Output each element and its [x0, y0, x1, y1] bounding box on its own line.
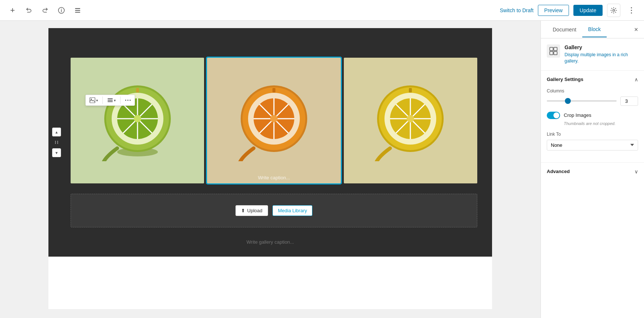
svg-rect-56 [550, 51, 553, 55]
crop-images-setting: Crop Images Thumbnails are not cropped. [547, 112, 638, 126]
main-area: ▲ ▼ [0, 21, 644, 318]
svg-point-21 [128, 100, 129, 101]
svg-point-42 [270, 115, 278, 122]
gallery-block[interactable]: ▲ ▼ [48, 28, 492, 257]
upload-button[interactable]: ⬆ Upload [235, 205, 268, 216]
gallery-item-2[interactable]: ‹ › × [207, 58, 340, 183]
svg-rect-2 [75, 8, 80, 9]
link-to-setting: Link To None Media File Attachment Page [547, 132, 638, 150]
columns-range-row [547, 97, 638, 106]
tab-block[interactable]: Block [582, 22, 607, 37]
svg-point-11 [55, 142, 56, 143]
svg-point-5 [613, 9, 615, 11]
advanced-header[interactable]: Advanced ∨ [547, 169, 638, 175]
upload-label: Upload [247, 208, 262, 213]
svg-point-13 [55, 143, 56, 144]
svg-point-8 [631, 12, 632, 13]
gallery-settings-title: Gallery Settings [547, 77, 583, 82]
editor-area[interactable]: ▲ ▼ [0, 21, 540, 318]
drag-handle[interactable] [52, 138, 61, 147]
gallery-item-3[interactable] [344, 58, 477, 183]
list-view-button[interactable] [71, 4, 84, 17]
top-toolbar: + [0, 0, 644, 21]
block-description: Display multiple images in a rich galler… [565, 52, 638, 64]
svg-rect-3 [75, 10, 80, 11]
svg-rect-33 [136, 88, 139, 92]
svg-rect-57 [554, 51, 557, 55]
gallery-item-1[interactable] [71, 58, 204, 183]
columns-setting: Columns [547, 88, 638, 106]
undo-button[interactable] [22, 4, 35, 17]
crop-images-toggle-row: Crop Images [547, 112, 638, 119]
svg-point-20 [125, 100, 126, 101]
tab-document[interactable]: Document [547, 22, 582, 37]
preview-button[interactable]: Preview [538, 5, 569, 16]
editor-content: ▲ ▼ [48, 28, 492, 309]
gallery-grid: ‹ › × [56, 35, 485, 191]
move-handles: ▲ ▼ [52, 128, 61, 157]
svg-point-12 [57, 142, 58, 143]
svg-rect-43 [272, 88, 275, 92]
crop-images-hint: Thumbnails are not cropped. [564, 121, 638, 126]
align-button[interactable]: ▾ [104, 96, 119, 105]
svg-rect-15 [90, 98, 95, 103]
info-button[interactable] [55, 4, 68, 17]
svg-point-6 [631, 7, 632, 8]
switch-to-draft-button[interactable]: Switch to Draft [500, 7, 533, 13]
link-to-label: Link To [547, 132, 638, 137]
gallery-settings-section: Gallery Settings ∧ Columns Crop Images [541, 71, 644, 163]
settings-section-header: Gallery Settings ∧ [547, 77, 638, 82]
svg-point-22 [130, 100, 131, 101]
toolbar-left: + [6, 4, 84, 17]
add-block-button[interactable]: + [6, 4, 19, 17]
svg-rect-4 [75, 12, 80, 13]
right-sidebar: Document Block × Gallery Display multipl… [540, 21, 644, 318]
lime-bag-image [71, 58, 204, 183]
update-button[interactable]: Update [573, 5, 603, 16]
block-info: Gallery Display multiple images in a ric… [541, 38, 644, 71]
move-up-button[interactable]: ▲ [52, 128, 61, 136]
svg-point-14 [57, 143, 58, 144]
svg-point-16 [91, 99, 92, 100]
gallery-caption-input[interactable] [56, 235, 485, 249]
svg-point-32 [134, 115, 141, 122]
svg-rect-17 [108, 98, 113, 99]
caption-placeholder[interactable]: Write caption... [258, 175, 290, 180]
more-block-options-button[interactable] [122, 98, 134, 102]
image-type-button[interactable]: ▾ [87, 96, 101, 105]
redo-button[interactable] [38, 4, 52, 17]
more-options-button[interactable] [625, 4, 638, 17]
toolbar-right: Switch to Draft Preview Update [500, 4, 638, 17]
toggle-knob [553, 112, 559, 118]
svg-rect-55 [554, 47, 557, 51]
advanced-title: Advanced [547, 169, 570, 174]
settings-button[interactable] [607, 4, 620, 17]
collapse-gallery-settings-button[interactable]: ∧ [634, 77, 638, 82]
svg-rect-54 [550, 47, 553, 51]
columns-slider[interactable] [547, 100, 617, 102]
move-down-button[interactable]: ▼ [52, 148, 61, 157]
upload-area: ⬆ Upload Media Library [71, 194, 477, 227]
lemon-bag-image [344, 58, 477, 183]
columns-label: Columns [547, 88, 638, 94]
svg-point-7 [631, 10, 632, 11]
svg-point-1 [61, 9, 62, 9]
media-library-button[interactable]: Media Library [272, 205, 313, 216]
advanced-chevron-icon: ∨ [634, 169, 638, 175]
svg-rect-18 [108, 100, 113, 101]
close-sidebar-button[interactable]: × [634, 26, 638, 33]
upload-icon: ⬆ [241, 208, 245, 213]
svg-point-9 [55, 141, 56, 142]
advanced-section: Advanced ∨ [541, 163, 644, 180]
block-toolbar: ▾ ▾ [85, 95, 135, 106]
link-to-select[interactable]: None Media File Attachment Page [547, 140, 638, 150]
columns-number-input[interactable] [620, 97, 638, 106]
gallery-block-icon [547, 44, 560, 58]
block-info-text: Gallery Display multiple images in a ric… [565, 44, 638, 64]
orange-bag-image [207, 58, 340, 183]
crop-images-toggle[interactable] [547, 112, 560, 119]
block-name: Gallery [565, 44, 638, 50]
svg-point-10 [57, 141, 58, 142]
svg-point-52 [407, 115, 414, 122]
sidebar-header: Document Block × [541, 21, 644, 38]
